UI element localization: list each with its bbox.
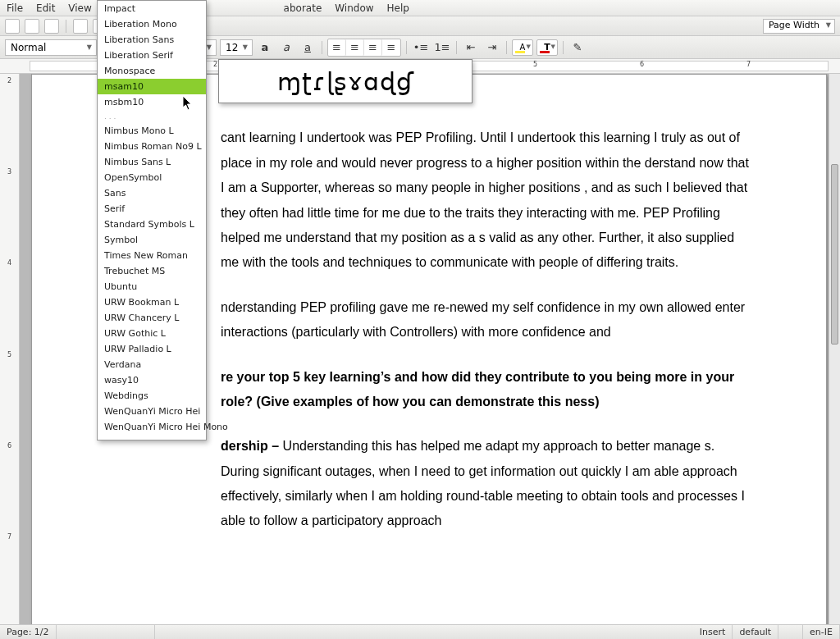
font-preview-text: ɱʈɾɭʂɤɑɖɠ xyxy=(277,67,414,96)
font-option[interactable]: Liberation Mono xyxy=(98,16,206,32)
font-option[interactable]: Nimbus Sans L xyxy=(98,154,206,170)
separator xyxy=(66,20,66,33)
underline-button[interactable]: a xyxy=(299,39,317,56)
clear-formatting-button[interactable]: ✎ xyxy=(568,39,587,56)
number-list-button[interactable]: 1≡ xyxy=(433,39,451,56)
align-left-button[interactable]: ≡ xyxy=(328,39,346,56)
paragraph-style-value: Normal xyxy=(11,42,46,53)
font-option[interactable]: OpenSymbol xyxy=(98,170,206,185)
menu-collaborate[interactable]: aborate xyxy=(277,1,329,16)
highlight-color-button[interactable]: A xyxy=(512,39,533,56)
bullet-list-button[interactable]: •≡ xyxy=(412,39,430,56)
save-icon[interactable] xyxy=(44,19,59,34)
paragraph-style-combo[interactable]: Normal xyxy=(5,39,97,56)
font-option[interactable]: Verdana xyxy=(98,357,206,372)
separator xyxy=(506,41,507,54)
font-preview-tooltip: ɱʈɾɭʂɤɑɖɠ xyxy=(218,59,472,103)
font-option[interactable]: Standard Symbols L xyxy=(98,217,206,232)
menu-view[interactable]: View xyxy=(62,1,98,16)
font-option[interactable]: Monospace xyxy=(98,63,206,79)
font-option[interactable]: Liberation Serif xyxy=(98,48,206,63)
status-page[interactable]: Page: 1/2 xyxy=(0,625,57,639)
font-color-button[interactable]: T xyxy=(536,39,558,56)
align-center-button[interactable]: ≡ xyxy=(346,39,364,56)
font-option[interactable]: Ubuntu xyxy=(98,279,206,294)
italic-button[interactable]: a xyxy=(277,39,295,56)
separator xyxy=(406,41,407,54)
ruler-tick: 4 xyxy=(7,259,11,350)
font-option[interactable]: Webdings xyxy=(98,388,206,404)
status-empty xyxy=(57,625,155,639)
zoom-value: Page Width xyxy=(769,20,819,30)
font-option[interactable]: URW Palladio L xyxy=(98,341,206,357)
status-language[interactable]: en-IE xyxy=(803,625,840,639)
ruler-tick: 6 xyxy=(640,61,644,68)
scrollbar-thumb[interactable] xyxy=(831,164,838,345)
status-selection-mode[interactable]: default xyxy=(733,625,778,639)
menu-file[interactable]: File xyxy=(0,1,30,16)
font-option[interactable]: URW Chancery L xyxy=(98,310,206,326)
bold-button[interactable]: a xyxy=(256,39,274,56)
ruler-tick: 2 xyxy=(213,61,217,68)
status-bar: Page: 1/2 Insert default en-IE xyxy=(0,624,840,639)
decrease-indent-button[interactable]: ⇤ xyxy=(462,39,480,56)
align-right-button[interactable]: ≡ xyxy=(364,39,382,56)
align-justify-button[interactable]: ≡ xyxy=(382,39,400,56)
status-insert-mode[interactable]: Insert xyxy=(693,625,733,639)
separator xyxy=(563,41,564,54)
font-option[interactable]: WenQuanYi Micro Hei Mono xyxy=(98,419,206,435)
ruler-tick: 3 xyxy=(7,168,11,259)
font-option[interactable]: Times New Roman xyxy=(98,248,206,263)
zoom-select[interactable]: Page Width xyxy=(763,19,835,34)
menu-help[interactable]: Help xyxy=(381,1,416,16)
font-option: . . . xyxy=(98,110,206,123)
body-text: Understanding this has helped me adapt m… xyxy=(221,439,745,527)
status-empty2 xyxy=(778,625,803,639)
font-size-combo[interactable]: 12 xyxy=(220,39,253,56)
font-option[interactable]: URW Gothic L xyxy=(98,326,206,341)
separator xyxy=(456,41,457,54)
separator xyxy=(322,41,322,54)
font-option-selected[interactable]: msam10 xyxy=(98,79,206,94)
font-option[interactable]: Liberation Sans xyxy=(98,32,206,48)
increase-indent-button[interactable]: ⇥ xyxy=(483,39,501,56)
vertical-ruler[interactable]: 2 3 4 5 6 7 xyxy=(0,74,20,624)
font-option[interactable]: wasy10 xyxy=(98,372,206,388)
new-doc-icon[interactable] xyxy=(5,19,20,34)
heading-2: re your top 5 key learning’s and how did… xyxy=(221,370,734,409)
align-group: ≡ ≡ ≡ ≡ xyxy=(327,39,401,57)
font-option[interactable]: Sans xyxy=(98,185,206,201)
ruler-tick: 5 xyxy=(533,61,537,68)
body-lead: dership – xyxy=(221,439,283,453)
font-option[interactable]: Nimbus Mono L xyxy=(98,123,206,139)
font-size-value: 12 xyxy=(226,42,238,53)
font-option[interactable]: Impact xyxy=(98,1,206,16)
font-dropdown[interactable]: Impact Liberation Mono Liberation Sans L… xyxy=(97,0,207,440)
ruler-tick: 7 xyxy=(746,61,751,68)
font-option[interactable]: Nimbus Roman No9 L xyxy=(98,139,206,154)
body-text: nderstanding PEP profiling gave me re-ne… xyxy=(221,300,745,339)
font-option[interactable]: Serif xyxy=(98,201,206,217)
font-option[interactable]: URW Bookman L xyxy=(98,294,206,310)
open-icon[interactable] xyxy=(25,19,39,34)
body-text: cant learning I undertook was PEP Profil… xyxy=(221,130,749,269)
font-option[interactable]: Trebuchet MS xyxy=(98,263,206,279)
ruler-tick: 2 xyxy=(7,77,11,168)
menu-edit[interactable]: Edit xyxy=(30,1,62,16)
font-option[interactable]: Symbol xyxy=(98,232,206,248)
font-option[interactable]: WenQuanYi Micro Hei xyxy=(98,404,206,419)
ruler-tick: 7 xyxy=(7,533,11,624)
ruler-tick: 6 xyxy=(7,442,11,533)
ruler-tick: 5 xyxy=(7,351,11,442)
vertical-scrollbar[interactable] xyxy=(829,74,840,624)
menu-window[interactable]: Window xyxy=(328,1,380,16)
mouse-cursor-icon xyxy=(182,95,194,112)
undo-icon[interactable] xyxy=(73,19,88,34)
